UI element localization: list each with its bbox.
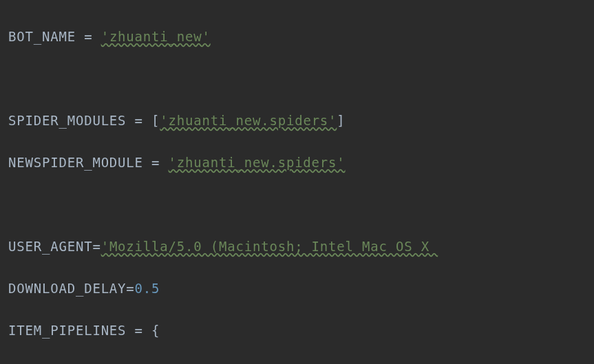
variable-name: ITEM_PIPELINES bbox=[8, 323, 126, 338]
operator: = bbox=[126, 281, 134, 296]
string-literal: 'Mozilla/5.0 (Macintosh; Intel Mac OS X bbox=[101, 239, 438, 254]
code-line[interactable]: ITEM_PIPELINES = { bbox=[8, 319, 586, 342]
operator: = [ bbox=[126, 113, 160, 128]
code-line[interactable]: SPIDER_MODULES = ['zhuanti_new.spiders'] bbox=[8, 109, 586, 132]
code-line[interactable]: NEWSPIDER_MODULE = 'zhuanti_new.spiders' bbox=[8, 151, 586, 174]
variable-name: SPIDER_MODULES bbox=[8, 113, 126, 128]
variable-name: USER_AGENT bbox=[8, 239, 92, 254]
blank-line[interactable] bbox=[8, 193, 586, 216]
code-line[interactable]: 'zhuanti_new.pipelines.ZhuantiNewPipelin… bbox=[8, 361, 586, 365]
operator: = bbox=[76, 29, 101, 44]
variable-name: NEWSPIDER_MODULE bbox=[8, 155, 143, 170]
number-literal: 0.5 bbox=[135, 281, 160, 296]
variable-name: DOWNLOAD_DELAY bbox=[8, 281, 126, 296]
code-line[interactable]: BOT_NAME = 'zhuanti_new' bbox=[8, 25, 586, 48]
string-literal: 'zhuanti_new.spiders' bbox=[169, 155, 346, 170]
operator: = bbox=[143, 155, 169, 170]
bracket-close: ] bbox=[337, 113, 345, 128]
operator: = { bbox=[126, 323, 160, 338]
code-line[interactable]: USER_AGENT='Mozilla/5.0 (Macintosh; Inte… bbox=[8, 235, 586, 258]
variable-name: BOT_NAME bbox=[8, 29, 76, 44]
code-line[interactable]: DOWNLOAD_DELAY=0.5 bbox=[8, 277, 586, 300]
code-editor[interactable]: BOT_NAME = 'zhuanti_new' SPIDER_MODULES … bbox=[8, 6, 586, 364]
operator: = bbox=[92, 239, 100, 254]
blank-line[interactable] bbox=[8, 67, 586, 90]
string-literal: 'zhuanti_new' bbox=[101, 29, 211, 44]
string-literal: 'zhuanti_new.spiders' bbox=[160, 113, 337, 128]
